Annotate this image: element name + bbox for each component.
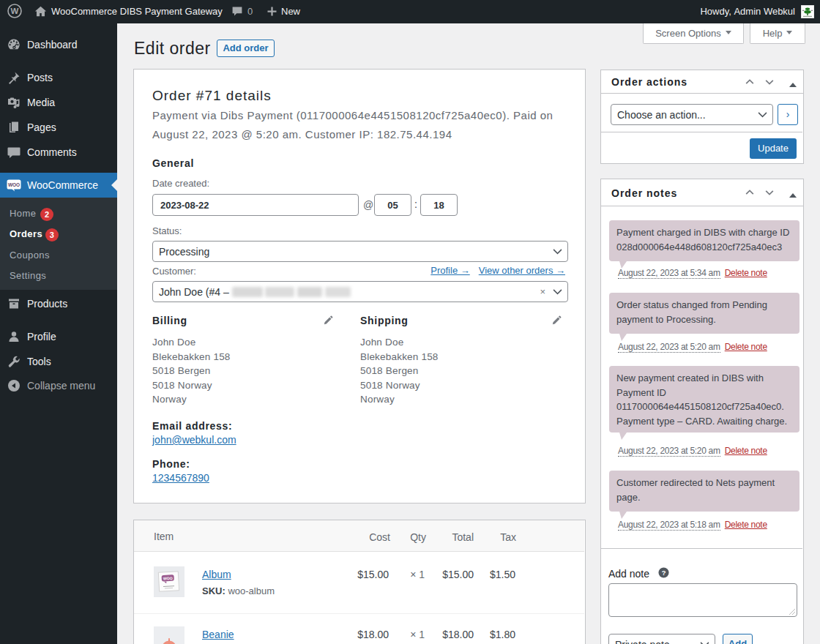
svg-text:?: ? [662, 569, 666, 577]
svg-text:W: W [11, 7, 19, 15]
svg-text:WOO: WOO [163, 576, 173, 581]
svg-text:WOO: WOO [8, 182, 20, 187]
